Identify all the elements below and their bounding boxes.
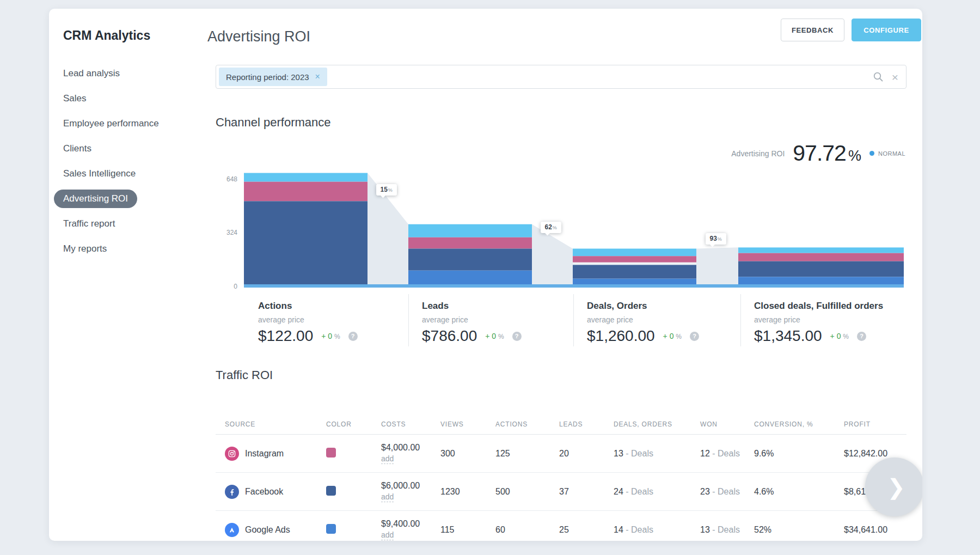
roi-status-label: NORMAL (878, 150, 905, 157)
sidebar-item-label: Advertising ROI (54, 190, 137, 208)
stat-delta: + 0 % (830, 332, 849, 340)
facebook-icon (225, 485, 239, 499)
roi-value: 97.72% (793, 141, 861, 166)
sidebar-item-advertising-roi[interactable]: Advertising ROI (63, 186, 199, 211)
color-swatch[interactable] (326, 448, 336, 458)
deals-orders-cell: 14 - Deals (614, 525, 700, 535)
googleads-icon (225, 523, 239, 537)
actions-cell: 60 (495, 525, 559, 535)
sidebar-item-clients[interactable]: Clients (63, 136, 199, 161)
sidebar-item-lead-analysis[interactable]: Lead analysis (63, 61, 199, 86)
source-name: Google Ads (245, 525, 290, 535)
stage-stat-leads: Leadsaverage price$786.00+ 0 %? (408, 294, 573, 346)
costs-value: $6,000.00 (381, 481, 420, 491)
column-header-conversion: CONVERSION, % (754, 420, 844, 428)
column-header-source: SOURCE (225, 420, 326, 428)
stat-average-price: $786.00 (422, 327, 477, 345)
filter-icons: × (873, 71, 898, 83)
filter-tag-close-icon[interactable]: × (315, 72, 320, 82)
color-swatch[interactable] (326, 486, 336, 496)
column-header-color: COLOR (326, 420, 381, 428)
stat-title: Deals, Orders (587, 301, 740, 312)
conversion-cell: 9.6% (754, 449, 844, 459)
source-name: Facebook (245, 487, 283, 497)
source-cell: Instagram (225, 447, 326, 461)
roi-label: Advertising ROI (731, 149, 785, 158)
conversion-cell: 52% (754, 525, 844, 535)
color-cell (326, 486, 381, 498)
help-icon[interactable]: ? (690, 332, 699, 341)
filter-bar[interactable]: Reporting period: 2023 × × (216, 65, 906, 89)
profit-cell: $34,641.00 (844, 525, 906, 535)
roi-summary: Advertising ROI 97.72% NORMAL (731, 141, 905, 166)
stat-average-price: $1,345.00 (754, 327, 822, 345)
stats-row: Actionsaverage price$122.00+ 0 %?Leadsav… (216, 294, 906, 346)
sidebar-item-label: Employee performance (63, 118, 159, 129)
conversion-cell: 4.6% (754, 487, 844, 497)
color-cell (326, 448, 381, 460)
status-dot-icon (869, 151, 874, 156)
funnel-conversion-badge: 62% (541, 222, 561, 233)
svg-text:324: 324 (226, 229, 237, 236)
views-cell: 300 (440, 449, 495, 459)
leads-cell: 20 (559, 449, 614, 459)
costs-value: $4,000.00 (381, 443, 420, 453)
traffic-table: SOURCECOLORCOSTSVIEWSACTIONSLEADSDEALS, … (216, 414, 906, 541)
column-header-won: WON (700, 420, 754, 428)
views-cell: 115 (440, 525, 495, 535)
stage-stat-deals-orders: Deals, Ordersaverage price$1,260.00+ 0 %… (573, 294, 740, 346)
leads-cell: 25 (559, 525, 614, 535)
help-icon[interactable]: ? (348, 332, 358, 341)
stat-caption: average price (587, 315, 740, 324)
sidebar-menu: Lead analysisSalesEmployee performanceCl… (63, 61, 199, 261)
chevron-right-icon: ❯ (887, 474, 905, 499)
sidebar-item-employee-performance[interactable]: Employee performance (63, 111, 199, 136)
actions-cell: 125 (495, 449, 559, 459)
app-brand: CRM Analytics (63, 28, 150, 43)
leads-cell: 37 (559, 487, 614, 497)
won-cell: 13 - Deals (700, 525, 754, 535)
stat-title: Leads (422, 301, 573, 312)
filter-tag-reporting-period[interactable]: Reporting period: 2023 × (219, 68, 327, 86)
filter-clear-icon[interactable]: × (892, 71, 898, 83)
views-cell: 1230 (440, 487, 495, 497)
table-row-instagram[interactable]: Instagram$4,000.00add3001252013 - Deals1… (216, 435, 906, 473)
profit-cell: $12,842.00 (844, 449, 906, 459)
sidebar-item-sales-intelligence[interactable]: Sales Intelligence (63, 161, 199, 186)
stat-caption: average price (258, 315, 408, 324)
add-cost-link[interactable]: add (381, 454, 394, 464)
svg-text:648: 648 (226, 175, 237, 183)
help-icon[interactable]: ? (512, 332, 522, 341)
stat-delta: + 0 % (485, 332, 504, 340)
sidebar-item-traffic-report[interactable]: Traffic report (63, 211, 199, 236)
column-header-deals-orders: DEALS, ORDERS (614, 420, 700, 428)
source-name: Instagram (245, 449, 284, 459)
help-icon[interactable]: ? (857, 332, 866, 341)
filter-tag-label: Reporting period: 2023 (226, 72, 309, 82)
won-cell: 23 - Deals (700, 487, 754, 497)
sidebar-item-label: Traffic report (63, 218, 115, 229)
search-icon[interactable] (873, 71, 884, 82)
color-swatch[interactable] (326, 524, 336, 534)
header-buttons: FEEDBACK CONFIGURE (781, 19, 921, 41)
channel-performance-heading: Channel performance (216, 115, 331, 130)
configure-button[interactable]: CONFIGURE (852, 19, 921, 41)
stat-average-price: $122.00 (258, 327, 313, 345)
sidebar-item-my-reports[interactable]: My reports (63, 236, 199, 261)
table-row-facebook[interactable]: Facebook$6,000.00add12305003724 - Deals2… (216, 473, 906, 511)
column-header-views: VIEWS (440, 420, 495, 428)
color-cell (326, 524, 381, 536)
sidebar-item-sales[interactable]: Sales (63, 86, 199, 111)
stage-stat-actions: Actionsaverage price$122.00+ 0 %? (216, 294, 408, 346)
feedback-button[interactable]: FEEDBACK (781, 19, 844, 41)
funnel-conversion-badge: 15% (376, 184, 397, 196)
stat-title: Closed deals, Fulfilled orders (754, 301, 906, 312)
table-row-google-ads[interactable]: Google Ads$9,400.00add115602514 - Deals1… (216, 511, 906, 541)
page-title: Advertising ROI (207, 28, 310, 45)
costs-cell: $6,000.00add (381, 481, 440, 502)
add-cost-link[interactable]: add (381, 530, 394, 540)
carousel-next-button[interactable]: ❯ (865, 458, 922, 516)
traffic-table-header: SOURCECOLORCOSTSVIEWSACTIONSLEADSDEALS, … (216, 414, 906, 435)
add-cost-link[interactable]: add (381, 492, 394, 502)
traffic-roi-heading: Traffic ROI (216, 368, 273, 382)
